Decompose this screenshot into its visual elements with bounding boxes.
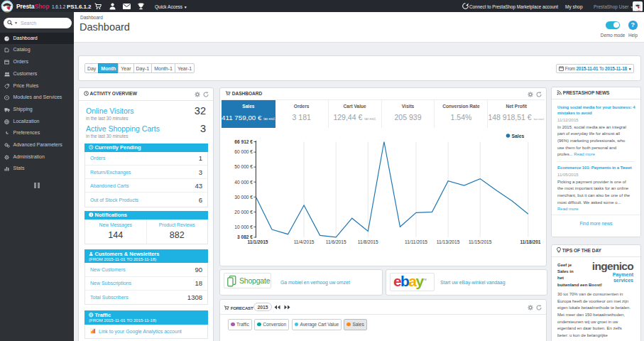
svg-text:PrestaShop: PrestaShop <box>633 10 643 11</box>
svg-text:11/18/201: 11/18/201 <box>520 239 541 244</box>
svg-text:30 000 €: 30 000 € <box>234 195 253 200</box>
svg-text:60 000 €: 60 000 € <box>234 149 253 154</box>
svg-text:40 000 €: 40 000 € <box>234 180 253 185</box>
svg-text:11/13/2015: 11/13/2015 <box>437 239 460 244</box>
svg-text:66 912 €: 66 912 € <box>234 139 253 144</box>
svg-text:11/11/2015: 11/11/2015 <box>405 239 427 244</box>
svg-text:10 000 €: 10 000 € <box>234 224 253 229</box>
svg-text:50 000 €: 50 000 € <box>234 164 253 169</box>
svg-text:11/1/2015: 11/1/2015 <box>248 239 268 244</box>
svg-text:11/4/2015: 11/4/2015 <box>294 239 315 244</box>
svg-text:11/6/2015: 11/6/2015 <box>326 239 346 244</box>
svg-text:11/8/2015: 11/8/2015 <box>358 239 378 244</box>
svg-text:Sales: Sales <box>512 134 525 139</box>
svg-text:11/15/2015: 11/15/2015 <box>469 239 492 244</box>
svg-text:20 000 €: 20 000 € <box>234 210 253 215</box>
